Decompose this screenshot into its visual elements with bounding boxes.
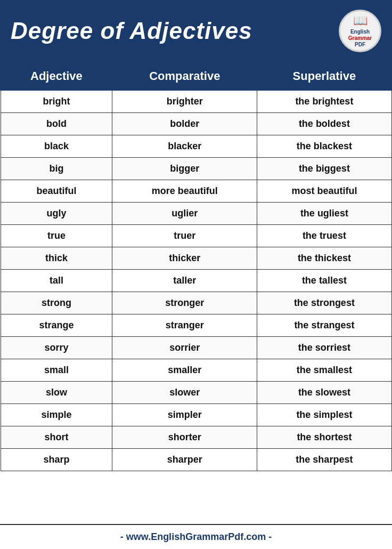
cell-superlative: the ugliest (257, 203, 391, 225)
cell-superlative: the biggest (257, 158, 391, 180)
cell-superlative: the sorriest (257, 337, 391, 359)
cell-superlative: the brightest (257, 90, 391, 113)
cell-superlative: the thickest (257, 247, 391, 270)
table-row: strongstrongerthe strongest (1, 292, 391, 314)
table-row: simplesimplerthe simplest (1, 404, 391, 426)
cell-adjective: bright (1, 90, 112, 113)
table-row: truetruerthe truest (1, 225, 391, 247)
cell-adjective: ugly (1, 203, 112, 225)
table-row: sharpsharperthe sharpest (1, 449, 391, 471)
cell-comparative: blacker (112, 135, 257, 158)
cell-adjective: sorry (1, 337, 112, 359)
cell-superlative: the simplest (257, 404, 391, 426)
cell-comparative: taller (112, 270, 257, 292)
cell-superlative: the strangest (257, 314, 391, 337)
cell-adjective: slow (1, 382, 112, 404)
cell-comparative: stranger (112, 314, 257, 337)
cell-superlative: the blackest (257, 135, 391, 158)
table-row: talltallerthe tallest (1, 270, 391, 292)
cell-superlative: the sharpest (257, 449, 391, 471)
cell-comparative: shorter (112, 426, 257, 449)
cell-adjective: short (1, 426, 112, 449)
cell-comparative: bolder (112, 113, 257, 135)
cell-comparative: bigger (112, 158, 257, 180)
cell-adjective: thick (1, 247, 112, 270)
cell-comparative: slower (112, 382, 257, 404)
cell-adjective: big (1, 158, 112, 180)
cell-adjective: strong (1, 292, 112, 314)
cell-superlative: the boldest (257, 113, 391, 135)
cell-comparative: sorrier (112, 337, 257, 359)
logo-badge: 📖 English Grammar PDF (339, 10, 381, 52)
cell-comparative: uglier (112, 203, 257, 225)
table-row: smallsmallerthe smallest (1, 359, 391, 382)
cell-comparative: thicker (112, 247, 257, 270)
cell-superlative: the shortest (257, 426, 391, 449)
cell-comparative: sharper (112, 449, 257, 471)
table-row: strangestrangerthe strangest (1, 314, 391, 337)
cell-comparative: more beautiful (112, 180, 257, 203)
cell-adjective: tall (1, 270, 112, 292)
cell-comparative: brighter (112, 90, 257, 113)
table-row: sorrysorrierthe sorriest (1, 337, 391, 359)
logo-icon: 📖 (353, 14, 368, 28)
footer: - www.EnglishGrammarPdf.com - (0, 524, 392, 549)
cell-superlative: the smallest (257, 359, 391, 382)
cell-adjective: simple (1, 404, 112, 426)
cell-comparative: simpler (112, 404, 257, 426)
table-row: uglyuglierthe ugliest (1, 203, 391, 225)
table-row: slowslowerthe slowest (1, 382, 391, 404)
cell-adjective: sharp (1, 449, 112, 471)
adjectives-table: Adjective Comparative Superlative bright… (0, 62, 392, 471)
page-header: Degree of Adjectives 📖 English Grammar P… (0, 0, 392, 62)
col-comparative: Comparative (112, 62, 257, 90)
cell-adjective: bold (1, 113, 112, 135)
cell-comparative: smaller (112, 359, 257, 382)
table-row: thickthickerthe thickest (1, 247, 391, 270)
cell-superlative: the tallest (257, 270, 391, 292)
cell-adjective: beautiful (1, 180, 112, 203)
cell-adjective: small (1, 359, 112, 382)
footer-text: - www.EnglishGrammarPdf.com - (120, 531, 272, 542)
cell-superlative: most beautiful (257, 180, 391, 203)
cell-adjective: strange (1, 314, 112, 337)
cell-superlative: the slowest (257, 382, 391, 404)
table-container: Adjective Comparative Superlative bright… (0, 62, 392, 524)
page-title: Degree of Adjectives (11, 18, 252, 44)
table-row: bigbiggerthe biggest (1, 158, 391, 180)
table-row: blackblackerthe blackest (1, 135, 391, 158)
table-row: boldbolderthe boldest (1, 113, 391, 135)
table-row: shortshorterthe shortest (1, 426, 391, 449)
table-row: beautifulmore beautifulmost beautiful (1, 180, 391, 203)
logo-text: English Grammar PDF (348, 29, 372, 48)
cell-comparative: truer (112, 225, 257, 247)
col-superlative: Superlative (257, 62, 391, 90)
cell-adjective: black (1, 135, 112, 158)
cell-superlative: the truest (257, 225, 391, 247)
table-row: brightbrighterthe brightest (1, 90, 391, 113)
table-header-row: Adjective Comparative Superlative (1, 62, 391, 90)
col-adjective: Adjective (1, 62, 112, 90)
cell-superlative: the strongest (257, 292, 391, 314)
cell-comparative: stronger (112, 292, 257, 314)
cell-adjective: true (1, 225, 112, 247)
